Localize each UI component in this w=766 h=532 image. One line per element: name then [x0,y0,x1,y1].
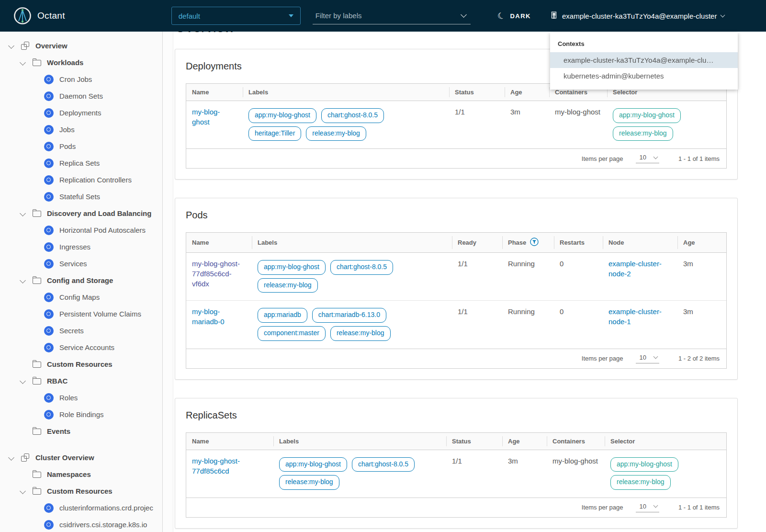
column-header-age[interactable]: Age [505,84,549,101]
column-header-status[interactable]: Status [449,84,505,101]
sidebar-item-custom-resources[interactable]: Custom Resources [0,356,162,373]
deployments-table: NameLabelsStatusAgeContainersSelectormy-… [186,83,727,169]
sidebar-item-label: Roles [59,394,78,402]
column-header-name[interactable]: Name [186,84,243,101]
column-header-restarts[interactable]: Restarts [554,233,603,253]
sidebar-item-discovery-and-load-balancing[interactable]: Discovery and Load Balancing [0,205,162,222]
cell-name: my-blog-ghost-77df85c6cd [186,450,273,498]
sidebar-item-jobs[interactable]: Jobs [0,121,162,138]
sidebar-item-services[interactable]: Services [0,255,162,272]
page-size-value: 10 [640,503,646,510]
node-link[interactable]: example-cluster-node-2 [608,260,662,278]
sidebar-item-overview[interactable]: Overview [0,37,162,54]
cell-labels: app:my-blog-ghostchart:ghost-8.0.5herita… [243,101,449,149]
page-size-select[interactable]: 10 [636,503,659,512]
sidebar-item-label: Ingresses [59,243,90,251]
column-header-ready[interactable]: Ready [452,233,502,253]
context-menu-item[interactable]: example-cluster-ka3TuTzYo4a@example-clu… [550,52,738,68]
sidebar-item-ingresses[interactable]: Ingresses [0,238,162,255]
sidebar-item-label: RBAC [47,377,68,385]
sidebar-item-label: Daemon Sets [59,92,103,100]
cell-name: my-blog-ghost-77df85c6cd-vf6dx [186,253,252,301]
table-row: my-blog-ghost-77df85c6cd-vf6dxapp:my-blo… [186,253,726,301]
sidebar-item-label: Discovery and Load Balancing [47,209,151,217]
theme-toggle-button[interactable]: ☾ DARK [497,11,531,20]
name-link[interactable]: my-blog-mariadb-0 [192,307,225,326]
sidebar-item-clusterinformations-crd-projec[interactable]: clusterinformations.crd.projec [0,499,162,516]
column-header-name[interactable]: Name [186,233,252,253]
sidebar-item-workloads[interactable]: Workloads [0,54,162,71]
sidebar-item-replication-controllers[interactable]: Replication Controllers [0,171,162,188]
column-header-phase[interactable]: Phase [502,233,554,253]
sidebar-item-cron-jobs[interactable]: Cron Jobs [0,71,162,88]
card-title: ReplicaSets [186,410,727,421]
column-header-labels[interactable]: Labels [252,233,452,253]
chevron-down-icon[interactable] [19,59,27,67]
chevron-down-icon[interactable] [8,42,15,50]
column-header-selector[interactable]: Selector [605,433,726,450]
folder-icon [33,278,41,284]
sidebar-item-roles[interactable]: Roles [0,389,162,406]
sidebar-item-persistent-volume-claims[interactable]: Persistent Volume Claims [0,306,162,322]
page-size-select[interactable]: 10 [636,154,659,163]
sidebar-item-custom-resources[interactable]: Custom Resources [0,483,162,499]
sidebar-item-config-maps[interactable]: Config Maps [0,289,162,306]
sidebar-item-rbac[interactable]: RBAC [0,373,162,389]
sidebar-item-stateful-sets[interactable]: Stateful Sets [0,188,162,205]
label-badge: release:my-blog [279,475,339,490]
name-link[interactable]: my-blog-ghost-77df85c6cd [192,457,240,475]
deployments-icon [44,108,54,118]
cell-labels: app:my-blog-ghostchart:ghost-8.0.5releas… [273,450,446,498]
pods-icon [44,142,54,151]
name-link[interactable]: my-blog-ghost-77df85c6cd-vf6dx [192,260,240,288]
sidebar-item-service-accounts[interactable]: Service Accounts [0,339,162,356]
page-size-select[interactable]: 10 [636,354,659,363]
column-header-status[interactable]: Status [446,433,502,450]
sidebar-item-secrets[interactable]: Secrets [0,322,162,339]
sidebar-item-replica-sets[interactable]: Replica Sets [0,155,162,171]
node-link[interactable]: example-cluster-node-1 [608,307,662,326]
label-filter-input[interactable] [315,11,459,20]
column-header-age[interactable]: Age [677,233,726,253]
cell-phase: Running [502,253,554,301]
column-header-name[interactable]: Name [186,433,273,450]
chevron-down-icon[interactable] [19,377,27,385]
chevron-down-icon[interactable] [19,277,27,284]
column-header-labels[interactable]: Labels [273,433,446,450]
chevron-down-icon[interactable] [19,487,27,495]
sidebar-item-config-and-storage[interactable]: Config and Storage [0,272,162,289]
name-link[interactable]: my-blog-ghost [192,108,220,126]
chevron-down-icon[interactable] [8,454,15,462]
sidebar-item-pods[interactable]: Pods [0,138,162,155]
context-selector-label: example-cluster-ka3TuTzYo4a@example-clus… [562,12,717,20]
cell-text: my-blog-ghost [555,108,600,116]
column-header-containers[interactable]: Containers [547,433,605,450]
context-menu-item[interactable]: kubernetes-admin@kubernetes [550,68,738,84]
sidebar-item-cluster-overview[interactable]: Cluster Overview [0,449,162,466]
sidebar-item-label: Cluster Overview [35,453,94,462]
column-header-label: Node [608,239,624,246]
objects-icon [21,453,30,462]
sidebar-item-label: Replica Sets [59,159,100,167]
sidebar-item-events[interactable]: Events [0,423,162,440]
cell-selector: app:my-blog-ghostrelease:my-blog [605,450,726,498]
filter-icon[interactable] [530,238,539,248]
cell-node: example-cluster-node-2 [603,253,677,301]
page-size-value: 10 [640,354,646,361]
sidebar-item-deployments[interactable]: Deployments [0,104,162,121]
column-header-label: Phase [508,239,526,246]
column-header-age[interactable]: Age [502,433,547,450]
chevron-down-icon[interactable] [461,11,467,18]
namespace-select[interactable]: default [171,7,301,25]
sidebar-item-role-bindings[interactable]: Role Bindings [0,406,162,423]
sidebar-item-namespaces[interactable]: Namespaces [0,466,162,483]
column-header-node[interactable]: Node [603,233,677,253]
sidebar-item-csidrivers-csi-storage-k8s-io[interactable]: csidrivers.csi.storage.k8s.io [0,516,162,532]
chevron-down-icon[interactable] [19,210,27,217]
label-badge: app:my-blog-ghost [279,457,347,472]
sidebar-item-daemon-sets[interactable]: Daemon Sets [0,88,162,104]
sidebar-item-horizontal-pod-autoscalers[interactable]: Horizontal Pod Autoscalers [0,222,162,238]
context-selector-button[interactable]: example-cluster-ka3TuTzYo4a@example-clus… [550,11,724,21]
label-badge: heritage:Tiller [248,126,301,141]
column-header-labels[interactable]: Labels [243,84,449,101]
